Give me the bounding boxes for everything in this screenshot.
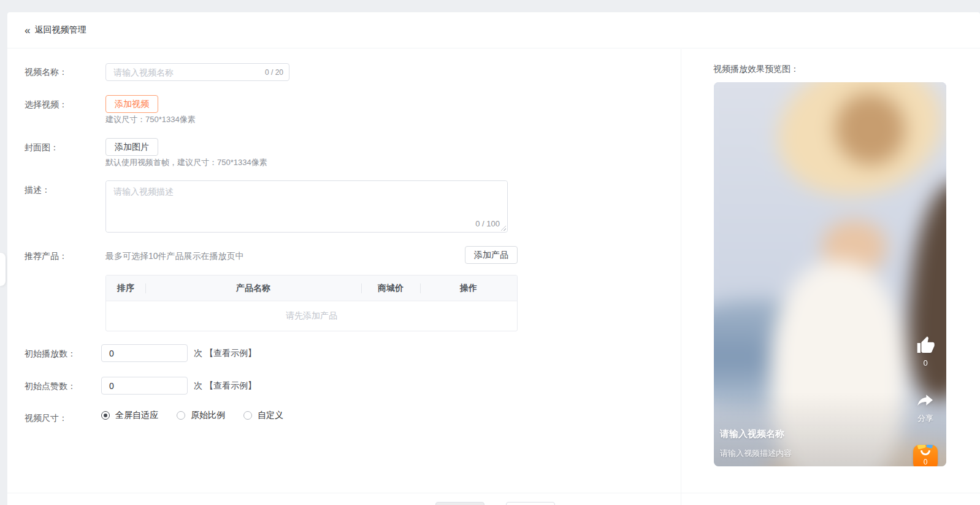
products-table-header: 排序 产品名称 商城价 操作 [106, 276, 517, 301]
video-size-hint: 建议尺寸：750*1334像素 [105, 114, 196, 125]
products-hint: 最多可选择10件产品展示在播放页中 [105, 251, 244, 262]
column-header-operation: 操作 [420, 283, 517, 294]
radio-unselected-icon [243, 411, 252, 420]
radio-selected-icon [101, 411, 110, 420]
video-size-radio-group: 全屏自适应 原始比例 自定义 [101, 410, 302, 421]
column-header-name: 产品名称 [145, 283, 361, 294]
share-label: 分享 [917, 413, 933, 424]
preview-video-description: 请输入视频描述内容 [720, 448, 792, 459]
description-field: 0 / 100 [105, 180, 508, 233]
plays-example-link[interactable]: 【查看示例】 [205, 348, 256, 358]
card-header: « 返回视频管理 [7, 12, 980, 48]
video-name-field: 0 / 20 [105, 63, 289, 81]
radio-custom-label: 自定义 [258, 410, 283, 421]
footer-divider [7, 493, 980, 493]
video-name-input[interactable] [105, 63, 289, 81]
initial-likes-suffix: 次 【查看示例】 [194, 380, 256, 391]
plays-unit: 次 [194, 348, 202, 358]
likes-example-link[interactable]: 【查看示例】 [205, 380, 256, 390]
preview-title: 视频播放效果预览图： [713, 64, 799, 75]
radio-original-ratio[interactable]: 原始比例 [177, 410, 225, 421]
video-name-label: 视频名称： [25, 67, 67, 78]
radio-fullscreen-label: 全屏自适应 [115, 410, 158, 421]
preview-video-title: 请输入视频名称 [720, 428, 784, 440]
back-chevrons-icon: « [25, 25, 30, 36]
sidebar-collapse-handle[interactable] [0, 253, 6, 286]
video-edit-card: « 返回视频管理 视频名称： 0 / 20 选择视频： 添加视频 建议尺寸：75… [7, 12, 980, 505]
initial-plays-field [101, 344, 188, 362]
add-image-button[interactable]: 添加图片 [105, 138, 158, 156]
products-table: 排序 产品名称 商城价 操作 请先添加产品 [105, 275, 518, 331]
radio-fullscreen-fit[interactable]: 全屏自适应 [101, 410, 158, 421]
initial-likes-label: 初始点赞数： [25, 381, 76, 392]
add-product-button-label: 添加产品 [474, 250, 508, 261]
like-count: 0 [923, 358, 927, 368]
back-to-video-management[interactable]: « 返回视频管理 [25, 25, 86, 36]
initial-plays-input[interactable] [101, 344, 188, 362]
initial-plays-label: 初始播放数： [25, 349, 76, 360]
initial-likes-field [101, 377, 188, 395]
description-textarea[interactable] [106, 181, 507, 232]
initial-likes-input[interactable] [101, 377, 188, 395]
shop-bag-icon[interactable]: 0 [913, 445, 938, 466]
select-video-label: 选择视频： [25, 99, 67, 110]
footer-save-button[interactable] [435, 502, 484, 505]
preview-action-bar: 0 分享 0 [913, 336, 938, 466]
bag-handle [921, 450, 930, 455]
video-preview-frame: 0 分享 0 请输入视频名称 请输入视频描述内容 [714, 82, 946, 466]
products-label: 推荐产品： [25, 251, 67, 262]
initial-plays-suffix: 次 【查看示例】 [194, 348, 256, 359]
bag-flag-yellow [917, 445, 926, 449]
share-icon[interactable] [916, 390, 935, 410]
video-dimension-label: 视频尺寸： [25, 413, 67, 424]
cover-label: 封面图： [25, 142, 59, 153]
description-counter: 0 / 100 [475, 219, 500, 228]
likes-unit: 次 [194, 380, 202, 390]
preview-panel: 视频播放效果预览图： 0 分享 [681, 49, 980, 505]
radio-unselected-icon [177, 411, 185, 420]
video-form: 视频名称： 0 / 20 选择视频： 添加视频 建议尺寸：750*1334像素 … [7, 49, 681, 505]
cover-hint: 默认使用视频首帧，建议尺寸：750*1334像素 [105, 157, 267, 168]
column-header-price: 商城价 [361, 283, 420, 294]
video-name-counter: 0 / 20 [265, 68, 283, 77]
bag-count: 0 [913, 458, 938, 466]
add-video-button[interactable]: 添加视频 [105, 95, 158, 113]
add-product-button[interactable]: 添加产品 [465, 246, 518, 264]
footer-cancel-button[interactable] [506, 502, 555, 505]
description-label: 描述： [25, 185, 50, 196]
like-icon[interactable] [916, 336, 935, 355]
back-label: 返回视频管理 [34, 25, 86, 36]
add-video-button-label: 添加视频 [115, 99, 149, 110]
add-image-button-label: 添加图片 [115, 142, 149, 153]
bag-flag-blue [926, 445, 933, 449]
radio-original-label: 原始比例 [191, 410, 225, 421]
column-header-sort: 排序 [106, 283, 145, 294]
products-empty-state: 请先添加产品 [106, 301, 517, 331]
radio-custom[interactable]: 自定义 [243, 410, 283, 421]
